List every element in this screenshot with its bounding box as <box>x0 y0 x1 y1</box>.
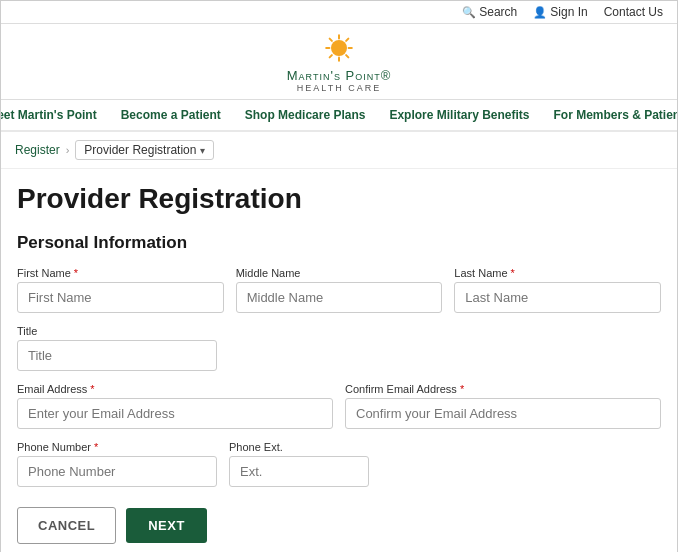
nav-medicare[interactable]: Shop Medicare Plans <box>245 108 366 122</box>
search-icon: 🔍 <box>462 6 476 19</box>
breadcrumb-current[interactable]: Provider Registration ▾ <box>75 140 214 160</box>
svg-point-0 <box>331 40 347 56</box>
top-bar: 🔍 Search 👤 Sign In Contact Us <box>1 1 677 24</box>
signin-link[interactable]: 👤 Sign In <box>533 5 587 19</box>
svg-line-8 <box>330 55 332 57</box>
title-label: Title <box>17 325 217 337</box>
name-row: First Name * Middle Name Last Name * <box>17 267 661 313</box>
breadcrumb-separator: › <box>66 144 70 156</box>
main-content: Provider Registration Personal Informati… <box>1 169 677 552</box>
last-name-label: Last Name * <box>454 267 661 279</box>
contact-link[interactable]: Contact Us <box>604 5 663 19</box>
confirm-email-group: Confirm Email Address * <box>345 383 661 429</box>
first-name-group: First Name * <box>17 267 224 313</box>
brand-name: Martin's Point® <box>287 66 392 83</box>
ext-label: Phone Ext. <box>229 441 369 453</box>
email-row: Email Address * Confirm Email Address * <box>17 383 661 429</box>
logo-sun-icon <box>323 32 355 64</box>
breadcrumb-parent[interactable]: Register <box>15 143 60 157</box>
title-input[interactable] <box>17 340 217 371</box>
middle-name-label: Middle Name <box>236 267 443 279</box>
ext-group: Phone Ext. <box>229 441 369 487</box>
nav-meet[interactable]: Meet Martin's Point <box>0 108 97 122</box>
user-icon: 👤 <box>533 6 547 19</box>
brand-subtitle: Health Care <box>297 83 381 93</box>
svg-line-7 <box>346 39 348 41</box>
svg-line-6 <box>346 55 348 57</box>
first-name-input[interactable] <box>17 282 224 313</box>
header: Martin's Point® Health Care <box>1 24 677 100</box>
nav-military[interactable]: Explore Military Benefits <box>389 108 529 122</box>
first-name-label: First Name * <box>17 267 224 279</box>
last-name-input[interactable] <box>454 282 661 313</box>
page-title: Provider Registration <box>17 183 661 215</box>
breadcrumb: Register › Provider Registration ▾ <box>1 132 677 169</box>
phone-row: Phone Number * Phone Ext. <box>17 441 661 487</box>
email-label: Email Address * <box>17 383 333 395</box>
button-row: CANCEL NEXT <box>17 507 661 544</box>
last-name-group: Last Name * <box>454 267 661 313</box>
phone-group: Phone Number * <box>17 441 217 487</box>
email-group: Email Address * <box>17 383 333 429</box>
title-group: Title <box>17 325 217 371</box>
phone-label: Phone Number * <box>17 441 217 453</box>
phone-input[interactable] <box>17 456 217 487</box>
ext-input[interactable] <box>229 456 369 487</box>
email-input[interactable] <box>17 398 333 429</box>
middle-name-input[interactable] <box>236 282 443 313</box>
next-button[interactable]: NEXT <box>126 508 207 543</box>
cancel-button[interactable]: CANCEL <box>17 507 116 544</box>
section-title: Personal Information <box>17 233 661 253</box>
nav-members[interactable]: For Members & Patients <box>553 108 678 122</box>
main-nav: Meet Martin's Point Become a Patient Sho… <box>1 100 677 132</box>
search-link[interactable]: 🔍 Search <box>462 5 517 19</box>
breadcrumb-dropdown-icon: ▾ <box>200 145 205 156</box>
nav-patient[interactable]: Become a Patient <box>121 108 221 122</box>
svg-line-5 <box>330 39 332 41</box>
middle-name-group: Middle Name <box>236 267 443 313</box>
confirm-email-label: Confirm Email Address * <box>345 383 661 395</box>
confirm-email-input[interactable] <box>345 398 661 429</box>
title-row: Title <box>17 325 661 371</box>
